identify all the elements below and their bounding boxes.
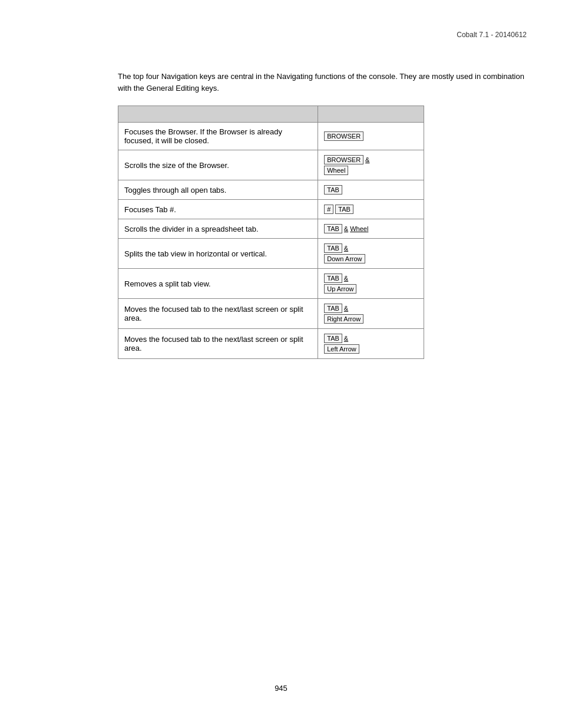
navigation-table: Focuses the Browser. If the Browser is a… xyxy=(118,106,424,359)
key-cell: TAB & Wheel xyxy=(318,219,424,239)
tab-key: TAB xyxy=(324,224,342,233)
ampersand: & xyxy=(344,335,348,342)
description-cell: Focuses Tab #. xyxy=(118,200,318,219)
description-cell: Scrolls the size of the Browser. xyxy=(118,150,318,180)
key-row: # TAB xyxy=(324,205,418,214)
down-arrow-key: Down Arrow xyxy=(324,254,365,263)
key-combo: TAB & Up Arrow xyxy=(324,274,418,294)
table-row: Scrolls the size of the Browser. BROWSER… xyxy=(118,150,424,180)
tab-key: TAB xyxy=(324,274,342,283)
table-row: Focuses the Browser. If the Browser is a… xyxy=(118,123,424,150)
key-row: TAB & xyxy=(324,243,418,253)
col2-header xyxy=(318,106,424,123)
key-cell: # TAB xyxy=(318,200,424,219)
ampersand: & xyxy=(344,225,348,232)
table-row: Toggles through all open tabs. TAB xyxy=(118,180,424,200)
key-cell: TAB & Right Arrow xyxy=(318,299,424,329)
tab-key: TAB xyxy=(324,185,342,195)
page-number: 945 xyxy=(275,684,287,693)
wheel-key: Wheel xyxy=(324,166,348,175)
table-row: Scrolls the divider in a spreadsheet tab… xyxy=(118,219,424,239)
key-row: Right Arrow xyxy=(324,314,418,324)
browser-key: BROWSER xyxy=(324,155,363,164)
key-row: Down Arrow xyxy=(324,254,418,263)
intro-paragraph: The top four Navigation keys are central… xyxy=(118,71,527,94)
tab-key: TAB xyxy=(324,334,342,343)
description-cell: Scrolls the divider in a spreadsheet tab… xyxy=(118,219,318,239)
key-row: Up Arrow xyxy=(324,284,418,294)
col1-header xyxy=(118,106,318,123)
key-row: TAB & xyxy=(324,304,418,313)
description-cell: Focuses the Browser. If the Browser is a… xyxy=(118,123,318,150)
table-row: Focuses Tab #. # TAB xyxy=(118,200,424,219)
key-combo: TAB & Left Arrow xyxy=(324,334,418,354)
key-cell: BROWSER xyxy=(318,123,424,150)
key-row: Wheel xyxy=(324,166,418,175)
key-cell: TAB & Left Arrow xyxy=(318,329,424,359)
key-row: Left Arrow xyxy=(324,344,418,354)
table-row: Splits the tab view in horizontal or ver… xyxy=(118,239,424,269)
key-row: TAB & xyxy=(324,334,418,343)
description-cell: Toggles through all open tabs. xyxy=(118,180,318,200)
table-row: Moves the focused tab to the next/last s… xyxy=(118,329,424,359)
tab-key: TAB xyxy=(324,304,342,313)
page-footer: 945 xyxy=(0,684,562,693)
key-combo: TAB & Right Arrow xyxy=(324,304,418,324)
description-cell: Removes a split tab view. xyxy=(118,269,318,299)
description-cell: Moves the focused tab to the next/last s… xyxy=(118,299,318,329)
right-arrow-key: Right Arrow xyxy=(324,314,363,324)
key-cell: BROWSER & Wheel xyxy=(318,150,424,180)
left-arrow-key: Left Arrow xyxy=(324,344,359,354)
up-arrow-key: Up Arrow xyxy=(324,284,356,294)
header-title: Cobalt 7.1 - 20140612 xyxy=(457,31,527,39)
tab-key: TAB xyxy=(324,243,342,253)
key-combo: TAB & Down Arrow xyxy=(324,243,418,263)
description-cell: Splits the tab view in horizontal or ver… xyxy=(118,239,318,269)
hash-key: # xyxy=(324,205,333,214)
ampersand: & xyxy=(344,305,348,312)
page-header: Cobalt 7.1 - 20140612 xyxy=(457,31,527,39)
key-row: BROWSER & xyxy=(324,155,418,164)
key-row: TAB & Wheel xyxy=(324,224,418,233)
ampersand: & xyxy=(344,275,348,282)
key-cell: TAB & Down Arrow xyxy=(318,239,424,269)
ampersand: & xyxy=(344,245,348,252)
key-cell: TAB & Up Arrow xyxy=(318,269,424,299)
table-row: Removes a split tab view. TAB & Up Arrow xyxy=(118,269,424,299)
main-content: The top four Navigation keys are central… xyxy=(118,71,527,359)
tab-key: TAB xyxy=(335,205,353,214)
table-row: Moves the focused tab to the next/last s… xyxy=(118,299,424,329)
wheel-text: Wheel xyxy=(350,225,368,232)
key-row: TAB & xyxy=(324,274,418,283)
description-cell: Moves the focused tab to the next/last s… xyxy=(118,329,318,359)
ampersand: & xyxy=(365,156,369,163)
key-cell: TAB xyxy=(318,180,424,200)
browser-key: BROWSER xyxy=(324,131,363,141)
key-combo: BROWSER & Wheel xyxy=(324,155,418,175)
